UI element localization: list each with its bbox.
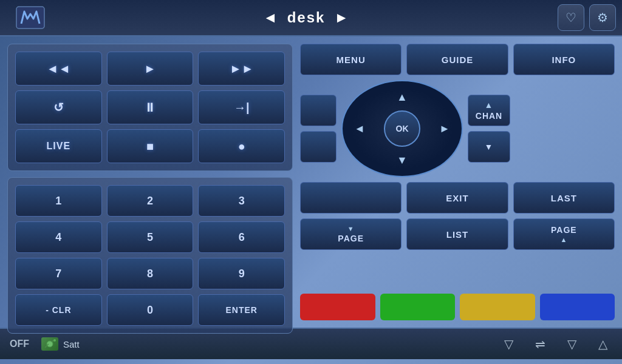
record-button[interactable]: ● bbox=[198, 129, 285, 163]
svg-point-1 bbox=[47, 341, 53, 347]
replay-button[interactable]: ↺ bbox=[15, 90, 102, 124]
footer-up-arrow-button[interactable]: △ bbox=[593, 334, 612, 354]
dpad-left-button[interactable]: ◄ bbox=[347, 116, 372, 141]
logo-icon bbox=[15, 5, 46, 30]
num-3-button[interactable]: 3 bbox=[198, 185, 285, 217]
rewind-button[interactable]: ◄◄ bbox=[15, 52, 102, 86]
guide-button[interactable]: GUIDE bbox=[406, 44, 508, 75]
numpad-row-1: 1 2 3 bbox=[15, 185, 285, 217]
next-button[interactable]: ► bbox=[331, 6, 352, 29]
top-nav-row: MENU GUIDE INFO bbox=[300, 44, 615, 75]
red-button[interactable] bbox=[300, 294, 375, 320]
source-icon bbox=[41, 337, 58, 351]
footer-down-arrow-button[interactable]: ▽ bbox=[499, 334, 518, 354]
live-button[interactable]: LIVE bbox=[15, 129, 102, 163]
clr-button[interactable]: - CLR bbox=[15, 294, 102, 326]
list-button[interactable]: LIST bbox=[406, 218, 508, 250]
exit-button[interactable]: EXIT bbox=[406, 182, 508, 214]
fast-forward-button[interactable]: ►► bbox=[198, 52, 285, 86]
header-icons: ♡ ⚙ bbox=[558, 4, 616, 31]
yellow-button[interactable] bbox=[460, 294, 535, 320]
prev-button[interactable]: ◄ bbox=[260, 6, 281, 29]
num-4-button[interactable]: 4 bbox=[15, 221, 102, 253]
numpad-row-4: - CLR 0 ENTER bbox=[15, 294, 285, 326]
footer-filter-button[interactable]: ▽ bbox=[562, 334, 581, 354]
num-7-button[interactable]: 7 bbox=[15, 258, 102, 289]
stop-button[interactable]: ■ bbox=[107, 129, 194, 163]
page-title: desk bbox=[287, 9, 326, 26]
chan-up-button[interactable]: ▲ CHAN bbox=[468, 95, 510, 126]
page-down-button[interactable]: ▼ PAGE bbox=[300, 218, 402, 250]
header: ◄ desk ► ♡ ⚙ bbox=[0, 0, 622, 36]
enter-button[interactable]: ENTER bbox=[198, 294, 285, 326]
left-panel: ◄◄ ► ►► ↺ ⏸ →| LIVE ■ ● 1 2 3 4 bbox=[7, 44, 293, 320]
settings-button[interactable]: ⚙ bbox=[589, 4, 616, 31]
favorite-button[interactable]: ♡ bbox=[558, 4, 584, 31]
dpad-left-buttons bbox=[300, 95, 337, 163]
pause-button[interactable]: ⏸ bbox=[107, 90, 194, 124]
numpad-section: 1 2 3 4 5 6 7 8 9 - CLR 0 ENTER bbox=[7, 177, 293, 334]
svg-point-2 bbox=[53, 339, 56, 342]
side-mid-left-button[interactable] bbox=[300, 182, 402, 214]
page-list-row: ▼ PAGE LIST PAGE ▲ bbox=[300, 218, 615, 250]
page-down-arrow-icon: ▼ bbox=[347, 225, 355, 232]
num-0-button[interactable]: 0 bbox=[107, 294, 194, 326]
chan-label: CHAN bbox=[476, 111, 502, 121]
num-1-button[interactable]: 1 bbox=[15, 185, 102, 217]
mid-nav-row: EXIT LAST bbox=[300, 182, 615, 214]
svg-rect-0 bbox=[16, 7, 44, 29]
num-8-button[interactable]: 8 bbox=[107, 258, 194, 289]
source-name: Satt bbox=[63, 339, 80, 349]
transport-row-1: ◄◄ ► ►► bbox=[15, 52, 285, 86]
page-up-button[interactable]: PAGE ▲ bbox=[513, 218, 615, 250]
side-left-top-button[interactable] bbox=[300, 95, 337, 126]
menu-button[interactable]: MENU bbox=[300, 44, 402, 75]
chan-buttons: ▲ CHAN ▼ bbox=[468, 95, 510, 163]
skip-end-button[interactable]: →| bbox=[198, 90, 285, 124]
page-up-arrow-icon: ▲ bbox=[560, 236, 567, 243]
color-buttons-row bbox=[300, 294, 615, 320]
ok-button[interactable]: OK bbox=[384, 110, 420, 147]
dpad-container: ▲ ▼ ◄ ► OK bbox=[341, 80, 463, 177]
satellite-icon bbox=[44, 339, 56, 349]
numpad-row-3: 7 8 9 bbox=[15, 258, 285, 289]
source-selector[interactable]: Satt bbox=[41, 337, 80, 351]
footer-shuffle-button[interactable]: ⇌ bbox=[530, 334, 550, 354]
transport-row-2: ↺ ⏸ →| bbox=[15, 90, 285, 124]
num-6-button[interactable]: 6 bbox=[198, 221, 285, 253]
main-content: ◄◄ ► ►► ↺ ⏸ →| LIVE ■ ● 1 2 3 4 bbox=[0, 36, 622, 328]
logo bbox=[6, 2, 55, 33]
page-up-label: PAGE bbox=[551, 225, 577, 235]
side-left-bottom-button[interactable] bbox=[300, 131, 337, 163]
header-title-area: ◄ desk ► bbox=[55, 6, 558, 29]
info-button[interactable]: INFO bbox=[513, 44, 615, 75]
transport-section: ◄◄ ► ►► ↺ ⏸ →| LIVE ■ ● bbox=[7, 44, 293, 171]
dpad-down-button[interactable]: ▼ bbox=[387, 148, 417, 172]
numpad-row-2: 4 5 6 bbox=[15, 221, 285, 253]
last-button[interactable]: LAST bbox=[513, 182, 615, 214]
transport-row-3: LIVE ■ ● bbox=[15, 129, 285, 163]
num-9-button[interactable]: 9 bbox=[198, 258, 285, 289]
num-5-button[interactable]: 5 bbox=[107, 221, 194, 253]
power-off-button[interactable]: OFF bbox=[10, 339, 29, 349]
blue-button[interactable] bbox=[540, 294, 615, 320]
dpad-right-button[interactable]: ► bbox=[432, 116, 457, 141]
green-button[interactable] bbox=[380, 294, 456, 320]
chan-down-button[interactable]: ▼ bbox=[468, 131, 510, 163]
dpad-up-button[interactable]: ▲ bbox=[387, 85, 417, 109]
page-down-label: PAGE bbox=[338, 234, 364, 243]
chan-up-arrow: ▲ bbox=[485, 100, 494, 110]
right-panel: MENU GUIDE INFO ▲ ▼ ◄ ► OK bbox=[300, 44, 615, 320]
num-2-button[interactable]: 2 bbox=[107, 185, 194, 217]
dpad-row: ▲ ▼ ◄ ► OK ▲ CHAN ▼ bbox=[300, 80, 615, 177]
play-button[interactable]: ► bbox=[107, 52, 194, 86]
